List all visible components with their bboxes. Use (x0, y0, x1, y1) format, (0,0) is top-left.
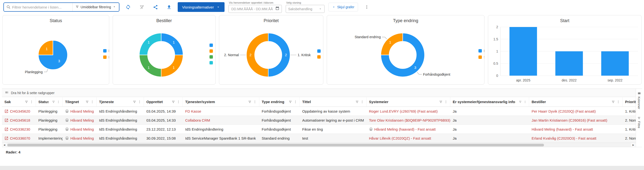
record-link[interactable]: Tore Olav Kristiansen ($0Q8E8P-NP9028TP6… (369, 118, 450, 122)
column-header-informert[interactable]: Er systemeier/tjenesteansvarlig informer… (450, 97, 529, 106)
open-record-icon[interactable] (4, 136, 8, 140)
type-endring-donut-chart[interactable]: 31ForhåndsgodkjentStandard endring (327, 24, 478, 84)
column-filter-icon[interactable] (52, 100, 55, 104)
legend-item[interactable] (317, 55, 321, 59)
column-menu-icon[interactable] (616, 100, 620, 104)
record-link[interactable]: Håvard Meling (haavard) - Fast ansatt (532, 127, 593, 131)
cell-systemeier[interactable]: Håvar Lillevik (C2020QZ) - Fast ansatt (366, 134, 450, 142)
filter-mode-dropdown[interactable]: Umiddelbar filtrering (72, 3, 119, 11)
open-record-icon[interactable] (4, 118, 8, 122)
cell-systemeier[interactable]: Tore Olav Kristiansen ($0Q8E8P-NP9028TP6… (366, 116, 450, 124)
cell-tilegnet[interactable]: Håvard Meling (63, 125, 96, 133)
column-filter-icon[interactable] (439, 100, 442, 104)
overflow-menu-button[interactable] (362, 3, 372, 12)
column-header-sak[interactable]: Sak (2, 97, 36, 106)
open-record-icon[interactable] (4, 127, 8, 131)
column-header-tittel[interactable]: Tittel (300, 97, 366, 106)
column-header-tilegnet[interactable]: Tilegnet (63, 97, 96, 106)
column-menu-icon[interactable] (444, 100, 448, 104)
record-link[interactable]: Collabora CRM (185, 118, 210, 122)
column-menu-icon[interactable] (524, 100, 526, 104)
cell-systemeier[interactable]: Håvard Meling (haavard) - Fast ansatt (366, 125, 450, 133)
share-button[interactable] (150, 3, 160, 12)
column-filter-icon[interactable] (248, 100, 252, 104)
cell-sak[interactable]: CHG345618 (2, 116, 36, 124)
bestiller-donut-chart[interactable]: 1111 (113, 24, 210, 84)
scrollbar-thumb[interactable] (7, 144, 544, 146)
legend-item[interactable] (210, 55, 213, 59)
horizontal-scrollbar[interactable]: ◀ ▶ (2, 143, 636, 147)
date-range-input[interactable] (231, 7, 273, 11)
data-grid[interactable]: SakStatusTilegnetTjenesteOpprettetTjenes… (2, 97, 636, 143)
record-link[interactable]: CHG345618 (10, 118, 30, 122)
cell-bestiller[interactable]: Jan Martin Kristiansen (C260816) (Fast a… (529, 116, 623, 124)
record-link[interactable]: Håvard Meling (haavard) - Fast ansatt (374, 127, 436, 131)
column-menu-icon[interactable] (30, 100, 33, 104)
legend-item[interactable] (210, 49, 213, 53)
search-input[interactable] (12, 5, 72, 9)
legend-item[interactable]: Implementeri... (103, 55, 109, 59)
column-filter-icon[interactable] (612, 100, 615, 104)
column-menu-icon[interactable] (57, 100, 60, 104)
scroll-left-icon[interactable]: ◀ (2, 143, 7, 147)
download-button[interactable] (164, 3, 174, 12)
legend-item[interactable]: Standard endring (478, 55, 484, 59)
hide-charts-button[interactable]: Skjul grafer (328, 3, 358, 12)
column-header-systemeier[interactable]: Systemeier (366, 97, 450, 106)
record-link[interactable]: Roger Lund.EVRY (c260769) (Fast ansatt) (369, 109, 438, 113)
record-link[interactable]: Per Haarr Dyvik (C2020Q) (Fast ansatt) (532, 109, 596, 113)
side-tab-filtre[interactable]: Filtre (637, 116, 641, 128)
cell-system[interactable]: Collabora CRM (183, 116, 259, 124)
view-select[interactable]: Saksbehandling (286, 5, 324, 13)
cell-system[interactable]: FD Kasse (183, 107, 259, 115)
column-header-bestiller[interactable]: Bestiller (529, 97, 623, 106)
column-filter-icon[interactable] (519, 100, 522, 104)
record-link[interactable]: CHG336070 (10, 136, 30, 140)
column-filter-icon[interactable] (356, 100, 359, 104)
table-row[interactable]: CHG336230PlanleggingHåvard MelingIdS End… (2, 125, 636, 134)
cell-sak[interactable]: CHG336230 (2, 125, 36, 133)
legend-item[interactable]: Planlegging (103, 49, 109, 53)
column-filter-icon[interactable] (288, 100, 292, 104)
calendar-icon[interactable] (275, 6, 280, 12)
column-header-system[interactable]: Tjenester/system (183, 97, 259, 106)
column-menu-icon[interactable] (360, 100, 364, 104)
legend-item[interactable] (210, 61, 213, 64)
status-pie-chart[interactable]: 31Planlegging (3, 24, 103, 84)
record-link[interactable]: Håvar Lillevik (C2020QZ) - Fast ansatt (369, 136, 431, 140)
side-tab-kolonner[interactable]: Kolonner (637, 92, 641, 109)
record-link[interactable]: Håvard Meling (70, 127, 94, 131)
start-bar-chart[interactable]: 00.511.52apr. 2025des. 2022sep. 2022 (488, 24, 641, 84)
cell-bestiller[interactable]: Per Haarr Dyvik (C2020Q) (Fast ansatt) (529, 107, 623, 115)
cell-bestiller[interactable]: Erland Kvalvåg (C2020O3) - Fast ansatt (529, 134, 623, 142)
cell-sak[interactable]: CHG336070 (2, 134, 36, 142)
column-header-opprettet[interactable]: Opprettet (144, 97, 183, 106)
clear-filter-button[interactable] (137, 3, 146, 12)
scroll-right-icon[interactable]: ▶ (631, 143, 636, 147)
column-header-tjeneste[interactable]: Tjeneste (96, 97, 144, 106)
column-filter-icon[interactable] (86, 100, 89, 104)
legend-item[interactable] (317, 49, 321, 53)
cell-systemeier[interactable]: Roger Lund.EVRY (c260769) (Fast ansatt) (366, 107, 450, 115)
record-link[interactable]: FD Kasse (185, 109, 201, 113)
record-link[interactable]: Erland Kvalvåg (C2020O3) - Fast ansatt (532, 136, 596, 140)
table-row[interactable]: CHG336070ImplementeringHåvard MelingIdS … (2, 134, 636, 143)
column-menu-icon[interactable] (294, 100, 297, 104)
prioritet-donut-chart[interactable]: 221. Kritisk2. Normal (219, 24, 317, 84)
cell-sak[interactable]: CHG345620 (2, 107, 36, 115)
table-row[interactable]: CHG345620PlanleggingHåvard MelingIdS End… (2, 107, 636, 116)
row-group-drop-zone[interactable]: Dra hit for å sette radgrupper (2, 89, 636, 97)
table-row[interactable]: CHG345618PlanleggingHåvard MelingIdS End… (2, 116, 636, 125)
scrollbar-track[interactable] (7, 143, 631, 147)
cell-tilegnet[interactable]: Håvard Meling (63, 134, 96, 142)
column-menu-icon[interactable] (177, 100, 180, 104)
view-options-button[interactable]: Visningsalternativer (178, 2, 224, 12)
record-link[interactable]: Jan Martin Kristiansen (C260816) (Fast a… (532, 118, 607, 122)
cell-bestiller[interactable]: Håvard Meling (haavard) - Fast ansatt (529, 125, 623, 133)
column-header-status[interactable]: Status (36, 97, 63, 106)
column-filter-icon[interactable] (133, 100, 136, 104)
column-header-type_endring[interactable]: Type endring (259, 97, 300, 106)
cell-tilegnet[interactable]: Håvard Meling (63, 116, 96, 124)
column-filter-icon[interactable] (172, 100, 175, 104)
legend-item[interactable] (210, 44, 213, 47)
